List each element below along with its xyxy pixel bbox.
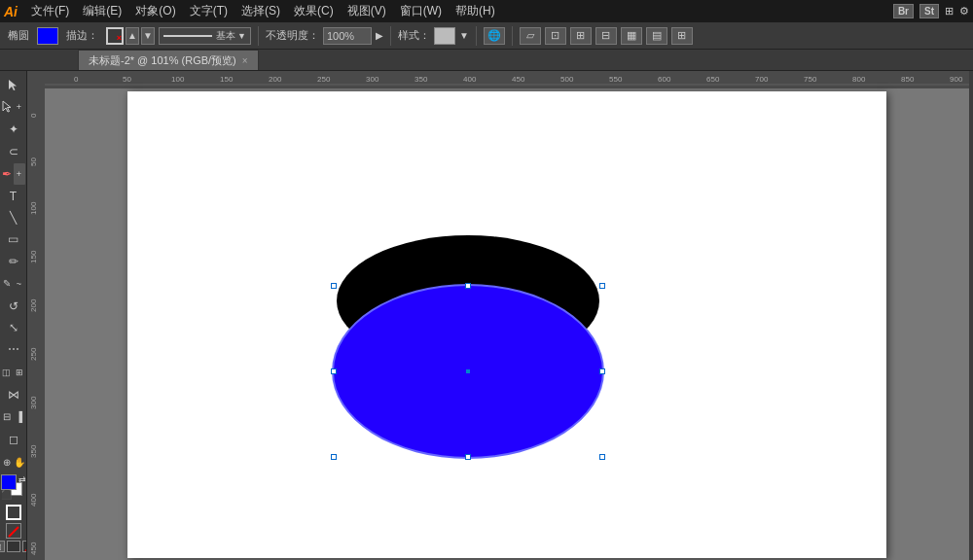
stroke-swatch[interactable] <box>6 505 21 520</box>
shape-label: 椭圆 <box>4 28 33 43</box>
arrange-btn-2[interactable]: ⊡ <box>545 27 566 45</box>
menu-file[interactable]: 文件(F) <box>25 2 75 20</box>
style-color-box[interactable] <box>434 27 455 45</box>
direct-selection-tool[interactable] <box>1 96 13 118</box>
hand-tool[interactable]: ✋ <box>14 451 25 472</box>
stroke-color-swatch[interactable]: × <box>106 27 124 45</box>
svg-text:200: 200 <box>269 75 282 84</box>
gradient-tool[interactable]: ◫ <box>1 362 13 383</box>
mesh-tool[interactable]: ⊞ <box>14 362 25 383</box>
paintbrush-tool[interactable]: ✏ <box>3 252 24 271</box>
menu-effect[interactable]: 效果(C) <box>288 2 340 20</box>
swap-colors-icon[interactable]: ⇄ <box>18 474 26 484</box>
handle-bottom-center[interactable] <box>465 454 471 460</box>
none-swatch[interactable] <box>6 523 21 539</box>
menu-edit[interactable]: 编辑(E) <box>77 2 127 20</box>
arrange-btn-6[interactable]: ▤ <box>646 27 667 45</box>
canvas-area[interactable]: 0 50 100 150 200 250 300 350 400 450 500… <box>27 71 969 560</box>
add-anchor-tool[interactable]: + <box>14 163 25 185</box>
ellipse-blue-selected[interactable] <box>332 284 604 459</box>
rotate-tool[interactable]: ↺ <box>3 297 24 316</box>
pen-tool[interactable]: ✒ <box>1 163 13 185</box>
stroke-label: 描边： <box>62 28 102 43</box>
fill-color-swatch[interactable] <box>37 27 58 45</box>
menu-window[interactable]: 窗口(W) <box>394 2 448 20</box>
pencil-group: ✎ ~ <box>1 273 26 295</box>
eraser-tool[interactable]: ◻ <box>3 430 24 449</box>
stroke-down-btn[interactable]: ▼ <box>141 27 155 45</box>
arrange-btn-5[interactable]: ▦ <box>621 27 642 45</box>
handle-top-center[interactable] <box>465 283 471 289</box>
eraser-small-tool[interactable]: ~ <box>14 273 25 295</box>
direct-selection-group: + <box>1 96 26 118</box>
toolbar-separator-2 <box>390 26 391 46</box>
svg-text:800: 800 <box>852 75 866 84</box>
arrange-btn-1[interactable]: ▱ <box>520 27 541 45</box>
gradient-group: ◫ ⊞ <box>1 362 26 383</box>
stroke-selector: × ▲ ▼ <box>106 27 155 45</box>
right-panel <box>969 71 973 560</box>
stroke-line-selector[interactable]: 基本 ▼ <box>159 27 251 45</box>
selection-tool[interactable] <box>3 75 24 94</box>
column-graph-tool[interactable]: ▐ <box>14 406 25 428</box>
menu-help[interactable]: 帮助(H) <box>450 2 501 20</box>
lasso-tool[interactable]: ⊂ <box>3 142 24 161</box>
web-icon-btn[interactable]: 🌐 <box>484 27 505 45</box>
main-toolbar: 椭圆 描边： × ▲ ▼ 基本 ▼ 不透明度： ▶ 样式： ▼ 🌐 ▱ ⊡ ⊞ … <box>0 22 973 50</box>
style-dropdown-icon[interactable]: ▼ <box>459 30 469 41</box>
blend-tool[interactable]: ⋈ <box>3 385 24 404</box>
warp-tool[interactable]: ⋯ <box>3 339 24 359</box>
menu-view[interactable]: 视图(V) <box>342 2 392 20</box>
group-selection-tool[interactable]: + <box>14 96 25 118</box>
line-tool[interactable]: ╲ <box>3 208 24 228</box>
type-tool[interactable]: T <box>3 187 24 206</box>
gradient-mode-btn[interactable] <box>7 541 20 552</box>
svg-text:650: 650 <box>706 75 720 84</box>
stroke-up-btn[interactable]: ▲ <box>126 27 139 45</box>
opacity-input[interactable] <box>323 27 372 45</box>
rect-tool[interactable]: ▭ <box>3 229 24 249</box>
zoom-tool[interactable]: ⊕ <box>1 451 13 472</box>
arrange-btn-3[interactable]: ⊞ <box>570 27 592 45</box>
svg-text:600: 600 <box>658 75 671 84</box>
arrange-btn-7[interactable]: ⊞ <box>671 27 693 45</box>
opacity-chevron[interactable]: ▶ <box>376 30 383 41</box>
slice-tool[interactable]: ⊟ <box>1 406 13 428</box>
handle-top-right[interactable] <box>599 283 605 289</box>
pen-group: ✒ + <box>1 163 26 185</box>
svg-text:450: 450 <box>512 75 525 84</box>
workspace-icon[interactable]: ⊞ <box>945 5 954 18</box>
doc-tab-close[interactable]: × <box>242 55 248 66</box>
handle-middle-right[interactable] <box>599 368 605 374</box>
doc-tab[interactable]: 未标题-2* @ 101% (RGB/预览) × <box>78 50 259 70</box>
search-icon-title[interactable]: ⚙ <box>959 5 969 18</box>
handle-middle-left[interactable] <box>331 368 337 374</box>
color-mode-btn[interactable]: ◩ <box>0 541 5 552</box>
handle-bottom-left[interactable] <box>331 454 337 460</box>
doc-tab-bar: 未标题-2* @ 101% (RGB/预览) × <box>0 50 973 71</box>
svg-text:750: 750 <box>804 75 817 84</box>
menu-select[interactable]: 选择(S) <box>235 2 286 20</box>
menu-bar: 文件(F) 编辑(E) 对象(O) 文字(T) 选择(S) 效果(C) 视图(V… <box>25 2 501 20</box>
magic-wand-tool[interactable]: ✦ <box>3 120 24 139</box>
foreground-color[interactable] <box>1 474 17 490</box>
bridge-icon[interactable]: Br <box>893 4 914 18</box>
svg-text:200: 200 <box>29 298 38 312</box>
scale-tool[interactable]: ⤡ <box>3 318 24 337</box>
svg-text:0: 0 <box>74 75 79 84</box>
menu-object[interactable]: 对象(O) <box>129 2 181 20</box>
handle-bottom-right[interactable] <box>599 454 605 460</box>
stock-icon[interactable]: St <box>919 4 939 18</box>
handle-top-left[interactable] <box>331 283 337 289</box>
stroke-dropdown-icon[interactable]: ▼ <box>237 31 246 41</box>
svg-rect-21 <box>27 71 45 560</box>
default-colors-icon[interactable]: ⬛ <box>1 490 12 500</box>
pencil-tool[interactable]: ✎ <box>1 273 13 295</box>
canvas-background[interactable] <box>45 88 969 560</box>
arrange-btn-4[interactable]: ⊟ <box>595 27 617 45</box>
svg-text:700: 700 <box>755 75 769 84</box>
app-logo: Ai <box>4 4 18 19</box>
svg-text:400: 400 <box>29 493 38 507</box>
menu-text[interactable]: 文字(T) <box>184 2 234 20</box>
title-right-icons: Br St ⊞ ⚙ <box>893 4 969 18</box>
